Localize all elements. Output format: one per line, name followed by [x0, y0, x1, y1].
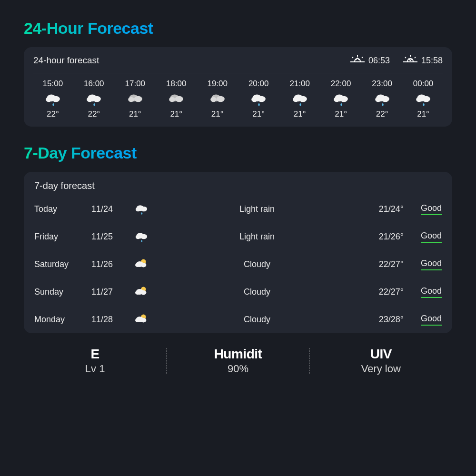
day-condition: Cloudy — [163, 259, 351, 269]
cloud-sun-icon — [134, 313, 149, 326]
metric-uv: UIV Very low — [310, 347, 452, 375]
day-row[interactable]: Friday11/25Light rain21/26°Good — [34, 223, 442, 250]
hour-cell[interactable]: 00:0021° — [404, 79, 443, 119]
hour-time: 21:00 — [289, 79, 310, 89]
hour-temp: 22° — [88, 109, 100, 119]
sunrise-icon — [350, 55, 365, 66]
rain-icon — [291, 91, 308, 107]
hour-cell[interactable]: 19:0021° — [198, 79, 237, 119]
hour-temp: 21° — [294, 109, 306, 119]
sunset-info: 15:58 — [403, 55, 443, 66]
rain-icon — [250, 91, 267, 107]
hour-cell[interactable]: 22:0021° — [321, 79, 360, 119]
cloud-sun-icon — [134, 286, 149, 298]
day-date: 11/24 — [91, 204, 134, 214]
uv-label: UIV — [310, 347, 452, 362]
day-condition: Light rain — [163, 232, 351, 242]
hour-time: 22:00 — [331, 79, 351, 89]
hour-temp: 22° — [47, 109, 59, 119]
day-temps: 21/26° — [351, 232, 404, 242]
hour-time: 19:00 — [207, 79, 228, 89]
sunrise-time: 06:53 — [368, 56, 390, 66]
cloud-sun-icon — [134, 258, 149, 270]
day-condition: Light rain — [163, 204, 351, 214]
hour-time: 00:00 — [413, 79, 434, 89]
metric-humidity: Humidit 90% — [167, 347, 309, 375]
cloud-gray-icon — [127, 91, 144, 107]
rain-icon — [415, 91, 432, 107]
day-name: Friday — [34, 232, 91, 242]
day-name: Sunday — [34, 287, 91, 297]
hour-cell[interactable]: 21:0021° — [280, 79, 319, 119]
humidity-value: 90% — [167, 363, 309, 375]
day-temps: 22/27° — [351, 259, 404, 269]
hour-time: 15:00 — [43, 79, 63, 89]
hour-time: 18:00 — [166, 79, 187, 89]
rain-icon — [374, 91, 391, 107]
section-title-7d: 7-Day Forecast — [24, 144, 137, 162]
hour-time: 20:00 — [248, 79, 269, 89]
hour-cell[interactable]: 23:0022° — [363, 79, 402, 119]
day-condition: Cloudy — [163, 287, 351, 297]
cloud-gray-icon — [168, 91, 185, 107]
hour-temp: 22° — [376, 109, 388, 119]
day-temps: 23/28° — [351, 315, 404, 325]
day-date: 11/27 — [91, 287, 134, 297]
wind-value: Lv 1 — [24, 363, 166, 375]
rain-icon — [332, 91, 349, 107]
hour-temp: 21° — [170, 109, 182, 119]
days-list: Today11/24Light rain21/24°GoodFriday11/2… — [34, 195, 442, 333]
sunset-time: 15:58 — [421, 56, 443, 66]
hour-cell[interactable]: 18:0021° — [157, 79, 196, 119]
hour-temp: 21° — [129, 109, 141, 119]
day-row[interactable]: Monday11/28Cloudy23/28°Good — [34, 306, 442, 333]
hour-time: 17:00 — [125, 79, 146, 89]
day-name: Today — [34, 204, 91, 214]
hours-row[interactable]: 15:0022°16:0022°17:0021°18:0021°19:0021°… — [33, 73, 443, 119]
rain-icon — [44, 91, 61, 107]
day-name: Monday — [34, 315, 91, 325]
day-air-quality: Good — [404, 258, 442, 270]
daily-forecast-card: 7-day forecast Today11/24Light rain21/24… — [24, 172, 452, 333]
wind-label: E — [24, 347, 166, 362]
day-condition: Cloudy — [163, 315, 351, 325]
day-air-quality: Good — [404, 203, 442, 215]
hour-time: 16:00 — [84, 79, 104, 89]
day-air-quality: Good — [404, 314, 442, 326]
daily-card-label: 7-day forecast — [34, 180, 442, 195]
cloud-gray-icon — [209, 91, 226, 107]
sunrise-info: 06:53 — [350, 55, 390, 66]
metric-wind: E Lv 1 — [24, 347, 166, 375]
hour-temp: 21° — [252, 109, 265, 119]
day-row[interactable]: Sunday11/27Cloudy22/27°Good — [34, 278, 442, 306]
day-temps: 22/27° — [351, 287, 404, 297]
hour-cell[interactable]: 17:0021° — [116, 79, 155, 119]
sunset-icon — [403, 55, 417, 66]
day-date: 11/26 — [91, 259, 134, 269]
day-name: Saturday — [34, 259, 91, 269]
hour-cell[interactable]: 16:0022° — [74, 79, 113, 119]
day-date: 11/25 — [91, 232, 134, 242]
hourly-card-label: 24-hour forecast — [33, 55, 99, 66]
day-air-quality: Good — [404, 286, 442, 298]
day-row[interactable]: Today11/24Light rain21/24°Good — [34, 195, 442, 223]
hour-temp: 21° — [335, 109, 347, 119]
day-temps: 21/24° — [351, 204, 404, 214]
section-title-24h: 24-Hour Forecast — [24, 19, 153, 38]
day-air-quality: Good — [404, 231, 442, 243]
bottom-metrics: E Lv 1 Humidit 90% UIV Very low — [24, 347, 452, 375]
hour-temp: 21° — [211, 109, 224, 119]
rain-icon — [134, 203, 149, 215]
hour-cell[interactable]: 20:0021° — [239, 79, 278, 119]
rain-icon — [134, 230, 149, 243]
hourly-card-header: 24-hour forecast 06:53 15:58 — [33, 55, 443, 73]
hour-cell[interactable]: 15:0022° — [33, 79, 72, 119]
day-date: 11/28 — [91, 315, 134, 325]
hourly-forecast-card: 24-hour forecast 06:53 15:58 15:0022°16:… — [24, 47, 452, 127]
uv-value: Very low — [310, 363, 452, 375]
day-row[interactable]: Saturday11/26Cloudy22/27°Good — [34, 250, 442, 278]
hour-time: 23:00 — [372, 79, 392, 89]
humidity-label: Humidit — [167, 347, 309, 362]
rain-icon — [85, 91, 102, 107]
hour-temp: 21° — [417, 109, 429, 119]
